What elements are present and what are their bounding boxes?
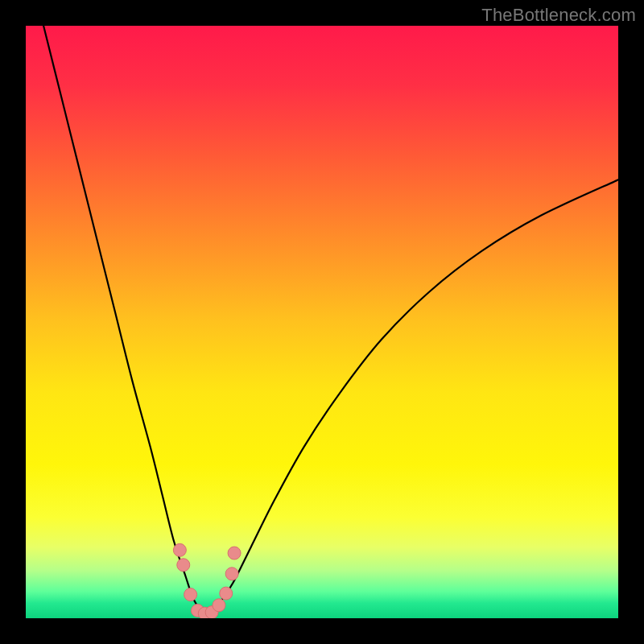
highlight-markers (173, 543, 241, 618)
marker-dot (184, 588, 197, 601)
marker-dot (220, 587, 233, 600)
marker-dot (173, 543, 186, 556)
marker-dot (228, 547, 241, 559)
watermark-text: TheBottleneck.com (481, 5, 636, 26)
marker-dot (177, 559, 190, 572)
frame: TheBottleneck.com (0, 0, 644, 644)
bottleneck-curve (43, 26, 618, 613)
chart-svg (26, 26, 618, 618)
marker-dot (213, 599, 225, 612)
marker-dot (225, 568, 238, 580)
plot-area (26, 26, 618, 618)
